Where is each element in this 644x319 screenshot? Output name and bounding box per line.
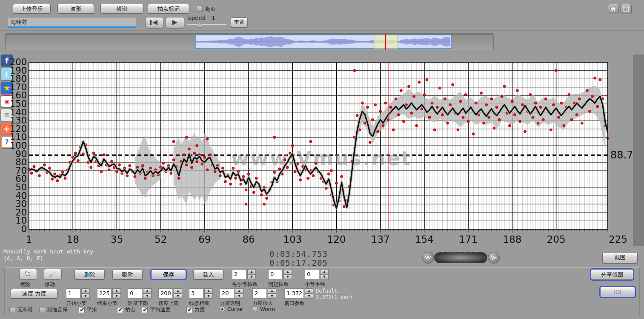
smooth-label: 平滑 bbox=[87, 306, 97, 313]
spin-down-button[interactable]: ▼ bbox=[204, 293, 213, 299]
play-button[interactable] bbox=[166, 17, 184, 28]
erase-tool-button[interactable] bbox=[19, 269, 37, 280]
spin-up-button[interactable]: ▲ bbox=[235, 288, 243, 293]
spin-down-button[interactable]: ▼ bbox=[283, 274, 292, 279]
svg-text:103: 103 bbox=[283, 234, 302, 245]
end-bar-value[interactable]: 225 bbox=[97, 288, 112, 299]
avg-tempo-checkbox[interactable] bbox=[142, 307, 148, 313]
spin-up-button[interactable]: ▲ bbox=[112, 288, 121, 293]
dyn-amplify-value[interactable]: 2 bbox=[252, 288, 267, 299]
svg-text:200: 200 bbox=[10, 57, 27, 67]
spectrum-button[interactable]: 频谱 bbox=[100, 4, 143, 14]
no-click-checkbox[interactable] bbox=[9, 307, 15, 313]
spin-up-button[interactable]: ▲ bbox=[174, 288, 182, 293]
curve-radio-item[interactable]: Curve bbox=[219, 306, 242, 312]
snap-button[interactable]: 吸附 bbox=[112, 270, 143, 279]
wave-zoom-out-icon[interactable] bbox=[422, 252, 434, 264]
svg-text:35: 35 bbox=[111, 234, 123, 245]
skip-to-start-icon bbox=[150, 20, 159, 26]
speed-value: 1 bbox=[212, 14, 215, 21]
spin-down-button[interactable]: ▼ bbox=[143, 293, 152, 299]
page-turn-checkbox[interactable] bbox=[197, 6, 203, 11]
dynamics-checkbox-item[interactable]: 力度 bbox=[186, 306, 205, 313]
spin-up-button[interactable]: ▲ bbox=[268, 288, 276, 293]
ioi-button[interactable]: IOI bbox=[600, 287, 635, 297]
window-param-value[interactable]: 1.372 bbox=[284, 288, 304, 299]
svg-text:154: 154 bbox=[415, 234, 434, 245]
spin-down-button[interactable]: ▼ bbox=[174, 293, 182, 299]
line-width-value[interactable]: 3 bbox=[189, 288, 203, 299]
time-total: 0:05:17.205 bbox=[269, 258, 328, 267]
svg-text:www.Vmus.net: www.Vmus.net bbox=[231, 147, 412, 170]
svg-text:52: 52 bbox=[155, 234, 167, 245]
spin-up-button[interactable]: ▲ bbox=[320, 269, 329, 274]
pickup-beats-value[interactable]: 0 bbox=[268, 269, 283, 279]
dynamics-checkbox[interactable] bbox=[186, 307, 192, 313]
spin-up-button[interactable]: ▲ bbox=[283, 269, 292, 274]
load-button[interactable]: 载入 bbox=[193, 270, 223, 279]
snapshot-button[interactable]: 截图 bbox=[602, 252, 638, 263]
fullscreen-icon bbox=[623, 6, 630, 12]
reset-button[interactable]: 重置 bbox=[231, 17, 248, 27]
worm-radio-item[interactable]: Worm bbox=[252, 306, 275, 312]
right-gutter bbox=[633, 55, 644, 246]
beat-points-label: 拍点 bbox=[125, 306, 135, 313]
fullscreen-button[interactable] bbox=[621, 4, 632, 14]
home-button[interactable] bbox=[608, 4, 619, 14]
tempo-max-value[interactable]: 200 bbox=[158, 288, 173, 299]
start-bar-value[interactable]: 1 bbox=[66, 288, 80, 299]
move-tool-label: 移动 bbox=[45, 281, 55, 288]
beat-mark-button[interactable]: 拍点标记 bbox=[148, 4, 189, 14]
spin-up-button[interactable]: ▲ bbox=[247, 269, 256, 274]
spin-up-button[interactable]: ▲ bbox=[305, 288, 313, 293]
avg-tempo-label: 平均速度 bbox=[150, 306, 170, 313]
tempo-min-value[interactable]: 0 bbox=[128, 288, 142, 299]
curve-radio[interactable] bbox=[219, 306, 225, 312]
move-tool-button[interactable] bbox=[44, 269, 62, 280]
delete-button[interactable]: 删除 bbox=[74, 270, 105, 279]
avg-tempo-checkbox-item[interactable]: 平均速度 bbox=[142, 306, 170, 313]
beat-points-checkbox-item[interactable]: 拍点 bbox=[117, 306, 135, 313]
tempo-dynamics-button[interactable]: 速度-力度 bbox=[11, 289, 57, 299]
spin-down-button[interactable]: ▼ bbox=[247, 274, 256, 279]
waveform-overview-strip[interactable] bbox=[5, 33, 494, 50]
follow-music-checkbox-item[interactable]: 跟随音乐 bbox=[39, 306, 68, 313]
bar-shift-value[interactable]: 0 bbox=[305, 269, 319, 279]
speed-slider-thumb[interactable] bbox=[197, 22, 203, 27]
no-click-checkbox-item[interactable]: 无咔嗒 bbox=[9, 306, 33, 313]
spin-up-button[interactable]: ▲ bbox=[81, 288, 90, 293]
waveform-overview[interactable] bbox=[6, 34, 493, 50]
spin-up-button[interactable]: ▲ bbox=[204, 288, 213, 293]
skip-to-start-button[interactable] bbox=[145, 17, 164, 28]
spin-down-button[interactable]: ▼ bbox=[81, 293, 90, 299]
move-icon bbox=[49, 271, 57, 278]
spin-down-button[interactable]: ▼ bbox=[268, 293, 276, 299]
spin-down-button[interactable]: ▼ bbox=[235, 293, 243, 299]
beats-per-bar-value[interactable]: 2 bbox=[232, 269, 246, 279]
play-icon bbox=[172, 20, 178, 26]
spin-down-button[interactable]: ▼ bbox=[320, 274, 329, 279]
share-screenshot-button[interactable]: 分享截图 bbox=[591, 269, 633, 280]
speed-slider-track[interactable] bbox=[187, 24, 226, 25]
spin-down-button[interactable]: ▼ bbox=[305, 293, 313, 299]
svg-text:225: 225 bbox=[609, 234, 627, 245]
app-window: { "toolbar": { "upload": "上传音乐", "wavefo… bbox=[0, 0, 644, 319]
dyn-transparency-value[interactable]: 20 bbox=[220, 288, 234, 299]
follow-music-checkbox[interactable] bbox=[39, 307, 45, 313]
waveform-button[interactable]: 波形 bbox=[57, 4, 94, 14]
smooth-checkbox-item[interactable]: 平滑 bbox=[79, 306, 97, 313]
window-param-default-note: Default: 1.372(1 bar) bbox=[316, 288, 353, 301]
tempo-chart[interactable]: www.Vmus.net1183552698610312013715417118… bbox=[0, 51, 644, 247]
svg-text:1: 1 bbox=[26, 234, 32, 245]
worm-radio[interactable] bbox=[252, 306, 258, 312]
upload-music-button[interactable]: 上传音乐 bbox=[13, 4, 51, 14]
spin-up-button[interactable]: ▲ bbox=[143, 288, 152, 293]
wave-zoom-in-icon[interactable] bbox=[488, 252, 500, 264]
smooth-checkbox[interactable] bbox=[79, 307, 85, 313]
beat-points-checkbox[interactable] bbox=[117, 307, 123, 313]
spin-down-button[interactable]: ▼ bbox=[112, 293, 121, 299]
song-title-input[interactable] bbox=[8, 17, 136, 28]
speed-label: speed bbox=[188, 14, 206, 21]
save-button[interactable]: 保存 bbox=[151, 270, 186, 279]
wave-zoom-slider[interactable] bbox=[434, 252, 487, 263]
